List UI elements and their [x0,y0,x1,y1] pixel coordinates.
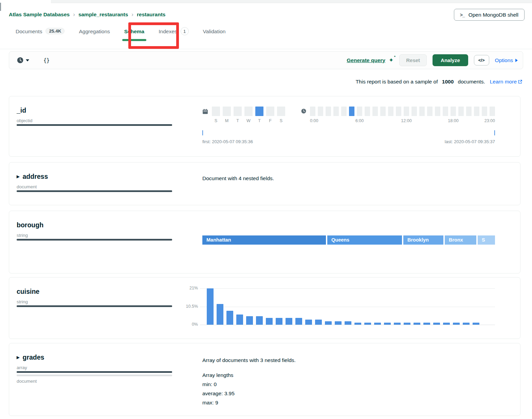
cuisine-bar[interactable] [443,323,450,325]
type-distribution-bar [17,305,172,307]
hour-block[interactable] [419,107,425,116]
hour-block[interactable] [443,107,448,116]
cuisine-bar[interactable] [345,321,351,325]
field-info-id: _id objectid [17,107,172,126]
tab-schema[interactable]: Schema [124,28,144,36]
expand-arrow-icon[interactable]: ▶ [17,355,19,360]
tab-indexes[interactable]: Indexes 1 [159,28,188,36]
cuisine-bar[interactable] [354,323,361,325]
hour-block[interactable] [490,107,495,116]
hour-block[interactable] [357,107,362,116]
weekday-block[interactable] [234,107,242,116]
cuisine-bar[interactable] [335,321,342,325]
cuisine-bar[interactable] [207,288,214,325]
weekday-block[interactable] [255,107,263,116]
cuisine-bar[interactable] [256,316,263,325]
triangle-right-icon [515,59,518,62]
weekday-label: W [246,118,251,123]
cuisine-bar[interactable] [276,318,282,325]
hour-block[interactable] [318,107,323,116]
hour-block[interactable] [365,107,370,116]
cuisine-bar[interactable] [433,323,440,325]
weekday-block[interactable] [277,107,285,116]
cuisine-bar[interactable] [473,323,479,325]
hour-block[interactable] [427,107,433,116]
hour-block[interactable] [451,107,456,116]
hour-block[interactable] [458,107,464,116]
tab-documents[interactable]: Documents 25.4K [16,28,65,36]
weekday-block[interactable] [244,107,253,116]
cuisine-bar[interactable] [246,316,253,325]
cuisine-bar[interactable] [364,323,371,325]
weekday-block[interactable] [266,107,274,116]
weekday-label: M [225,118,228,123]
cuisine-bar[interactable] [414,323,420,325]
last-timestamp-tick [494,130,495,135]
hour-tick-label: 18:00 [448,118,458,123]
tab-validation[interactable]: Validation [203,28,226,36]
query-history-dropdown[interactable] [17,57,29,63]
cuisine-bar[interactable] [423,323,430,325]
id-timestamp-range: first: 2020-05-07 09:35:36 last: 2020-05… [202,130,495,147]
options-link[interactable]: Options [495,57,518,63]
hour-block[interactable] [482,107,487,116]
weekday-block[interactable] [212,107,220,116]
hour-block[interactable] [326,107,331,116]
cuisine-bar[interactable] [217,304,223,325]
hour-block[interactable] [349,107,354,116]
cuisine-bar[interactable] [325,321,332,325]
borough-segment[interactable]: S [478,235,495,245]
hour-block[interactable] [310,107,315,116]
hour-block[interactable] [404,107,409,116]
cuisine-bar[interactable] [295,318,302,325]
cuisine-bar[interactable] [286,318,292,325]
cuisine-bar[interactable] [374,323,381,325]
expand-arrow-icon[interactable]: ▶ [17,174,19,179]
cuisine-bar[interactable] [404,323,410,325]
type-distribution-bar [17,239,172,241]
cuisine-bar[interactable] [236,315,243,325]
field-card-address: ▶ address document Document with 4 neste… [9,162,520,205]
array-lengths-average: average: 3.95 [202,389,495,398]
cuisine-bar[interactable] [315,320,322,325]
hour-block[interactable] [341,107,347,116]
learn-more-link[interactable]: Learn more [490,79,522,85]
hour-block[interactable] [474,107,479,116]
cuisine-bar[interactable] [453,323,460,325]
breadcrumb-atlas-sample-databases[interactable]: Atlas Sample Databases [9,12,70,18]
cuisine-bar[interactable] [384,323,391,325]
borough-segment[interactable]: Queens [327,235,402,245]
cuisine-bar[interactable] [226,311,233,325]
code-toggle-button[interactable]: </> [474,55,489,65]
sparkle-icon[interactable]: ✦✦ [389,57,393,64]
hour-block[interactable] [411,107,417,116]
hour-block[interactable] [435,107,440,116]
hour-block[interactable] [380,107,386,116]
open-mongodb-shell-button[interactable]: >_ Open MongoDB shell [454,9,525,21]
generate-query-link[interactable]: Generate query [347,57,385,63]
cuisine-bar[interactable] [305,320,312,325]
first-timestamp-label: first: 2020-05-07 09:35:36 [202,139,253,144]
breadcrumb-sample-restaurants[interactable]: sample_restaurants [78,12,128,18]
cuisine-bar[interactable] [463,323,470,325]
reset-button[interactable]: Reset [399,54,427,66]
hour-block[interactable] [388,107,393,116]
hour-block[interactable] [466,107,472,116]
cuisine-bar[interactable] [266,318,273,325]
borough-segment[interactable]: Brooklyn [403,235,443,245]
hour-tick-label: 6:00 [355,118,364,123]
hour-histogram-group: 0:006:0012:0018:0023:00 [301,107,495,124]
hour-block[interactable] [333,107,339,116]
hour-block[interactable] [396,107,401,116]
filter-input[interactable]: {} [43,57,347,63]
borough-segment[interactable]: Manhattan [202,235,326,245]
tab-aggregations[interactable]: Aggregations [79,28,110,36]
cuisine-bar[interactable] [394,323,401,325]
hour-block[interactable] [372,107,378,116]
borough-segment[interactable]: Bronx [445,235,476,245]
grades-info: Array of documents with 3 nested fields.… [202,356,495,407]
analyze-button[interactable]: Analyze [433,54,468,66]
breadcrumb-restaurants: restaurants [137,12,165,18]
weekday-block[interactable] [223,107,231,116]
chevron-right-icon: › [73,11,75,18]
